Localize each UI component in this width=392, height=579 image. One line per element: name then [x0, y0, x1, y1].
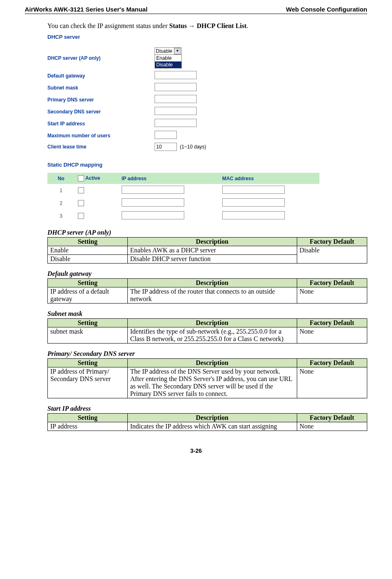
cell: The IP address of the router that connec…	[127, 287, 297, 304]
table-gateway: Setting Description Factory Default IP a…	[47, 278, 367, 304]
row-ip-input[interactable]	[122, 211, 184, 219]
page-number: 3-26	[25, 447, 367, 454]
row-mac-input[interactable]	[222, 211, 285, 219]
cell: subnet mask	[48, 327, 128, 344]
subnet-mask-input[interactable]	[155, 83, 197, 91]
intro-period: .	[246, 22, 248, 29]
section-start-title: Start IP address	[47, 405, 367, 412]
col-setting: Setting	[48, 238, 128, 246]
table-subnet: Setting Description Factory Default subn…	[47, 318, 367, 344]
label-default-gateway: Default gateway	[47, 73, 155, 79]
intro-leading: You can check the IP assignment status u…	[47, 22, 169, 29]
map-header-active-label: Active	[85, 175, 100, 181]
intro-status: Status	[169, 22, 189, 29]
secondary-dns-input[interactable]	[155, 107, 197, 115]
col-description: Description	[127, 359, 297, 367]
cell: Disable	[48, 255, 128, 264]
cell: IP address of Primary/ Secondary DNS ser…	[48, 367, 128, 398]
col-description: Description	[127, 414, 297, 422]
col-default: Factory Default	[297, 414, 367, 422]
intro-dhcp-list: DHCP Client List	[195, 22, 246, 29]
cell: Indicates the IP address which AWK can s…	[127, 422, 297, 431]
static-mapping-table: No Active IP address MAC address 1 2	[47, 173, 319, 222]
map-header-no: No	[47, 173, 75, 184]
header-left: AirWorks AWK-3121 Series User's Manual	[25, 6, 148, 13]
row-mac-input[interactable]	[222, 186, 285, 194]
col-description: Description	[127, 319, 297, 327]
col-description: Description	[127, 238, 297, 246]
col-default: Factory Default	[297, 238, 367, 246]
chevron-down-icon[interactable]: ▾	[174, 48, 181, 54]
section-subnet-title: Subnet mask	[47, 310, 367, 318]
label-dhcp-server: DHCP server (AP only)	[47, 55, 155, 61]
cell: IP address	[48, 422, 128, 431]
intro-arrow: →	[188, 22, 195, 29]
row-active-checkbox[interactable]	[78, 187, 84, 193]
label-subnet-mask: Subnet mask	[47, 85, 155, 91]
dhcp-server-select[interactable]: Disable ▾ Enable Disable	[155, 47, 182, 68]
dhcp-form-area: DHCP server DHCP server (AP only) Disabl…	[47, 34, 367, 222]
row-no: 2	[47, 197, 75, 209]
table-dhcp: Setting Description Factory Default Enab…	[47, 237, 367, 264]
col-default: Factory Default	[297, 279, 367, 287]
lease-time-note: (1~10 days)	[180, 144, 206, 150]
col-setting: Setting	[48, 414, 128, 422]
max-users-input[interactable]	[155, 131, 177, 139]
cell: None	[297, 367, 367, 398]
label-lease-time: Client lease time	[47, 144, 155, 150]
table-row: 2	[47, 197, 319, 209]
cell: The IP address of the DNS Server used by…	[127, 367, 297, 398]
form-grid: DHCP server (AP only) Disable ▾ Enable D…	[47, 47, 367, 151]
map-header-ip: IP address	[118, 173, 219, 184]
row-no: 1	[47, 184, 75, 197]
active-all-checkbox[interactable]	[78, 175, 84, 181]
cell: Enable	[48, 246, 128, 255]
col-setting: Setting	[48, 279, 128, 287]
table-row: 1	[47, 184, 319, 197]
cell: None	[297, 287, 367, 304]
col-setting: Setting	[48, 359, 128, 367]
start-ip-input[interactable]	[155, 119, 197, 127]
cell: None	[297, 327, 367, 344]
label-secondary-dns: Secondary DNS server	[47, 109, 155, 115]
col-setting: Setting	[48, 319, 128, 327]
cell: Disable	[297, 246, 367, 264]
static-mapping-title: Static DHCP mapping	[47, 162, 367, 168]
col-default: Factory Default	[297, 359, 367, 367]
select-display: Disable	[156, 48, 172, 54]
col-default: Factory Default	[297, 319, 367, 327]
row-active-checkbox[interactable]	[78, 200, 84, 206]
label-primary-dns: Primary DNS server	[47, 97, 155, 103]
section-dns-title: Primary/ Secondary DNS server	[47, 350, 367, 358]
page-header: AirWorks AWK-3121 Series User's Manual W…	[25, 6, 367, 14]
cell: Enables AWK as a DHCP server	[127, 246, 297, 255]
primary-dns-input[interactable]	[155, 95, 197, 103]
intro-paragraph: You can check the IP assignment status u…	[47, 22, 367, 30]
map-header-mac: MAC address	[219, 173, 319, 184]
lease-time-input[interactable]: 10	[155, 143, 177, 151]
table-start: Setting Description Factory Default IP a…	[47, 413, 367, 431]
row-no: 3	[47, 209, 75, 222]
row-mac-input[interactable]	[222, 198, 285, 207]
section-gateway-title: Default gateway	[47, 270, 367, 278]
cell: Disable DHCP server function	[127, 255, 297, 264]
select-option-disable[interactable]: Disable	[155, 61, 181, 68]
row-ip-input[interactable]	[122, 198, 184, 207]
col-description: Description	[127, 279, 297, 287]
form-title: DHCP server	[47, 34, 367, 40]
section-dhcp-title: DHCP server (AP only)	[47, 229, 367, 236]
select-option-enable[interactable]: Enable	[155, 55, 181, 61]
cell: IP address of a default gateway	[48, 287, 128, 304]
header-right: Web Console Configuration	[286, 6, 367, 13]
table-row: 3	[47, 209, 319, 222]
label-max-users: Maximum number of users	[47, 133, 155, 139]
row-active-checkbox[interactable]	[78, 213, 84, 219]
label-start-ip: Start IP address	[47, 121, 155, 127]
row-ip-input[interactable]	[122, 186, 184, 194]
cell: Identifies the type of sub-network (e.g.…	[127, 327, 297, 344]
map-header-active: Active	[75, 173, 118, 184]
cell: None	[297, 422, 367, 431]
table-dns: Setting Description Factory Default IP a…	[47, 358, 367, 398]
default-gateway-input[interactable]	[155, 71, 197, 79]
